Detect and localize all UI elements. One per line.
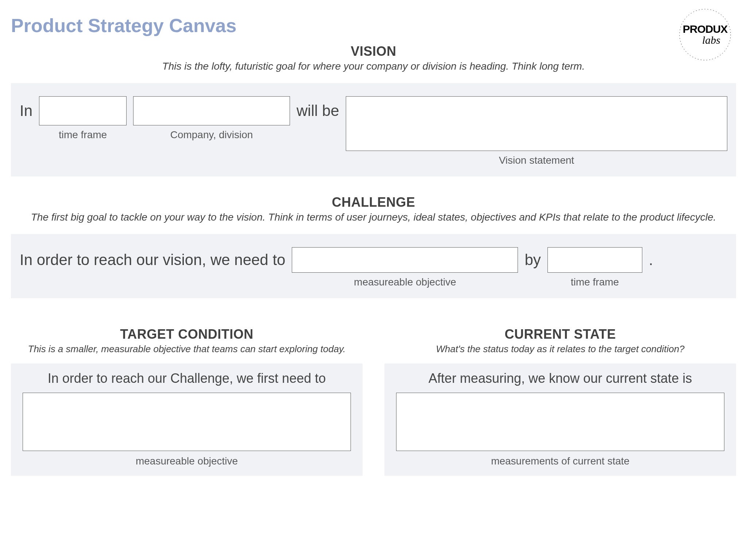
challenge-objective-field: measureable objective	[292, 247, 518, 288]
challenge-sentence: In order to reach our vision, we need to…	[20, 247, 727, 288]
target-subtitle: This is a smaller, measurable objective …	[11, 343, 363, 355]
current-panel: After measuring, we know our current sta…	[384, 363, 736, 476]
current-lead: After measuring, we know our current sta…	[396, 371, 724, 386]
current-subtitle: What's the status today as it relates to…	[384, 343, 736, 355]
logo-svg: PRODUX labs	[678, 7, 732, 62]
current-caption: measurements of current state	[396, 455, 724, 467]
vision-company-label: Company, division	[170, 129, 253, 141]
challenge-word-by: by	[525, 247, 541, 273]
target-lead: In order to reach our Challenge, we firs…	[23, 371, 351, 386]
target-caption: measureable objective	[23, 455, 351, 467]
current-section-head: CURRENT STATE What's the status today as…	[384, 327, 736, 355]
challenge-lead: In order to reach our vision, we need to	[20, 247, 285, 273]
challenge-title: CHALLENGE	[11, 195, 736, 210]
challenge-objective-input[interactable]	[292, 247, 518, 273]
challenge-panel: In order to reach our vision, we need to…	[11, 234, 736, 298]
target-condition-column: TARGET CONDITION This is a smaller, meas…	[11, 320, 363, 476]
target-objective-input[interactable]	[23, 393, 351, 451]
vision-word-in: In	[20, 96, 32, 125]
vision-section-head: VISION This is the lofty, futuristic goa…	[11, 44, 736, 72]
vision-company-field: Company, division	[133, 96, 290, 141]
vision-panel: In time frame Company, division will be …	[11, 83, 736, 176]
vision-statement-input[interactable]	[346, 96, 727, 151]
vision-timeframe-field: time frame	[39, 96, 127, 141]
produx-labs-logo: PRODUX labs	[678, 7, 732, 62]
current-title: CURRENT STATE	[384, 327, 736, 342]
vision-company-input[interactable]	[133, 96, 290, 125]
bottom-two-column: TARGET CONDITION This is a smaller, meas…	[11, 320, 736, 476]
vision-statement-field: Vision statement	[346, 96, 727, 166]
page-title: Product Strategy Canvas	[11, 15, 736, 36]
vision-statement-label: Vision statement	[499, 155, 574, 166]
challenge-subtitle: The first big goal to tackle on your way…	[11, 211, 736, 223]
target-panel: In order to reach our Challenge, we firs…	[11, 363, 363, 476]
target-title: TARGET CONDITION	[11, 327, 363, 342]
logo-text-line2: labs	[702, 34, 720, 46]
vision-timeframe-label: time frame	[59, 129, 107, 141]
challenge-objective-label: measureable objective	[354, 276, 456, 288]
current-state-input[interactable]	[396, 393, 724, 451]
vision-sentence: In time frame Company, division will be …	[20, 96, 727, 166]
challenge-period: .	[649, 247, 653, 273]
challenge-section-head: CHALLENGE The first big goal to tackle o…	[11, 195, 736, 223]
target-section-head: TARGET CONDITION This is a smaller, meas…	[11, 327, 363, 355]
vision-title: VISION	[11, 44, 736, 59]
vision-timeframe-input[interactable]	[39, 96, 127, 125]
challenge-timeframe-label: time frame	[571, 276, 619, 288]
challenge-timeframe-input[interactable]	[547, 247, 642, 273]
vision-word-willbe: will be	[297, 96, 339, 125]
current-state-column: CURRENT STATE What's the status today as…	[384, 320, 736, 476]
challenge-timeframe-field: time frame	[547, 247, 642, 288]
vision-subtitle: This is the lofty, futuristic goal for w…	[11, 61, 736, 72]
logo-text-line1: PRODUX	[683, 23, 728, 35]
